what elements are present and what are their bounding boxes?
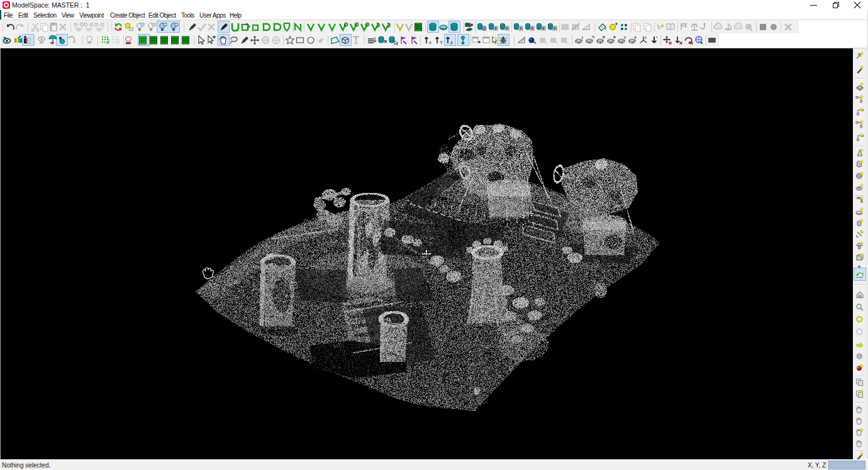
svg-text:z: z <box>450 40 453 45</box>
svg-text:x: x <box>429 40 431 45</box>
svg-text:Y: Y <box>440 40 443 45</box>
